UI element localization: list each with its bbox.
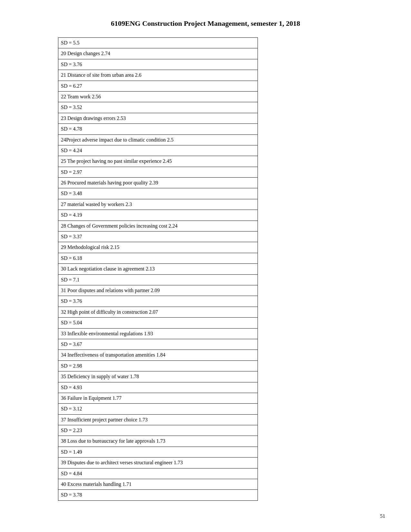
- sd-row: SD = 2.97: [58, 167, 258, 177]
- item-row: 33 Inflexible environmental regulations …: [58, 328, 258, 339]
- sd-cell: SD = 3.76: [58, 59, 258, 70]
- item-cell: 30 Lack negotiation clause in agreement …: [58, 264, 258, 274]
- item-cell: 35 Deficiency in supply of water 1.78: [58, 371, 258, 382]
- sd-cell: SD = 6.18: [58, 253, 258, 263]
- sd-cell: SD = 4.78: [58, 124, 258, 134]
- item-cell: 23 Design drawings errors 2.53: [58, 113, 258, 123]
- sd-row: SD = 6.27: [58, 81, 258, 91]
- item-row: 20 Design changes 2.74: [58, 48, 258, 59]
- sd-cell: SD = 3.76: [58, 296, 258, 307]
- sd-cell: SD = 3.12: [58, 404, 258, 414]
- sd-cell: SD = 3.48: [58, 188, 258, 199]
- item-row: 27 material wasted by workers 2.3: [58, 199, 258, 210]
- item-cell: 40 Excess materials handling 1.71: [58, 479, 258, 490]
- sd-cell: SD = 5.5: [58, 38, 258, 48]
- item-row: 35 Deficiency in supply of water 1.78: [58, 371, 258, 382]
- data-table-container: SD = 5.520 Design changes 2.74SD = 3.762…: [58, 37, 258, 501]
- sd-cell: SD = 4.19: [58, 210, 258, 221]
- item-cell: 39 Disputes due to architect verses stru…: [58, 458, 258, 468]
- item-cell: 33 Inflexible environmental regulations …: [58, 328, 258, 339]
- page-header: 6109ENG Construction Project Management,…: [26, 19, 385, 28]
- item-row: 26 Procured materials having poor qualit…: [58, 178, 258, 188]
- item-row: 39 Disputes due to architect verses stru…: [58, 458, 258, 468]
- sd-cell: SD = 4.24: [58, 145, 258, 156]
- sd-row: SD = 3.76: [58, 296, 258, 307]
- sd-row: SD = 4.24: [58, 145, 258, 156]
- sd-row: SD = 2.23: [58, 425, 258, 436]
- item-cell: 38 Loss due to bureaucracy for late appr…: [58, 436, 258, 447]
- item-cell: 29 Methodological risk 2.15: [58, 242, 258, 253]
- item-cell: 32 High point of difficulty in construct…: [58, 307, 258, 317]
- sd-row: SD = 3.48: [58, 188, 258, 199]
- item-cell: 31 Poor disputes and relations with part…: [58, 285, 258, 296]
- item-row: 22 Team work 2.56: [58, 91, 258, 102]
- data-table: SD = 5.520 Design changes 2.74SD = 3.762…: [58, 37, 258, 501]
- sd-row: SD = 3.37: [58, 232, 258, 242]
- sd-row: SD = 4.78: [58, 124, 258, 134]
- item-row: 21 Distance of site from urban area 2.6: [58, 70, 258, 81]
- sd-row: SD = 7.1: [58, 274, 258, 285]
- sd-row: SD = 3.52: [58, 102, 258, 113]
- item-row: 29 Methodological risk 2.15: [58, 242, 258, 253]
- sd-row: SD = 3.12: [58, 404, 258, 414]
- sd-row: SD = 3.76: [58, 59, 258, 70]
- item-cell: 25 The project having no past similar ex…: [58, 156, 258, 167]
- sd-cell: SD = 5.04: [58, 318, 258, 328]
- item-row: 31 Poor disputes and relations with part…: [58, 285, 258, 296]
- page: 6109ENG Construction Project Management,…: [0, 0, 411, 532]
- item-row: 40 Excess materials handling 1.71: [58, 479, 258, 490]
- item-cell: 22 Team work 2.56: [58, 91, 258, 102]
- item-cell: 34 Ineffectiveness of transportation ame…: [58, 350, 258, 360]
- sd-row: SD = 5.04: [58, 318, 258, 328]
- sd-cell: SD = 2.98: [58, 360, 258, 371]
- item-row: 38 Loss due to bureaucracy for late appr…: [58, 436, 258, 447]
- sd-row: SD = 3.67: [58, 339, 258, 350]
- item-row: 37 Insufficient project partner choice 1…: [58, 414, 258, 425]
- sd-row: SD = 4.19: [58, 210, 258, 221]
- sd-row: SD = 4.84: [58, 468, 258, 479]
- item-row: 36 Failure in Equipment 1.77: [58, 393, 258, 403]
- page-number: 51: [380, 513, 385, 519]
- item-cell: 37 Insufficient project partner choice 1…: [58, 414, 258, 425]
- sd-cell: SD = 1.49: [58, 447, 258, 457]
- item-row: 32 High point of difficulty in construct…: [58, 307, 258, 317]
- sd-row: SD = 1.49: [58, 447, 258, 457]
- item-row: 28 Changes of Government policies increa…: [58, 221, 258, 231]
- sd-cell: SD = 4.84: [58, 468, 258, 479]
- item-row: 24Project adverse impact due to climatic…: [58, 134, 258, 145]
- item-row: 23 Design drawings errors 2.53: [58, 113, 258, 123]
- sd-cell: SD = 3.78: [58, 490, 258, 500]
- item-cell: 21 Distance of site from urban area 2.6: [58, 70, 258, 81]
- sd-cell: SD = 4.93: [58, 382, 258, 393]
- sd-row: SD = 2.98: [58, 360, 258, 371]
- item-cell: 24Project adverse impact due to climatic…: [58, 134, 258, 145]
- item-cell: 36 Failure in Equipment 1.77: [58, 393, 258, 403]
- sd-cell: SD = 6.27: [58, 81, 258, 91]
- item-cell: 26 Procured materials having poor qualit…: [58, 178, 258, 188]
- sd-cell: SD = 3.37: [58, 232, 258, 242]
- sd-row: SD = 3.78: [58, 490, 258, 500]
- item-row: 34 Ineffectiveness of transportation ame…: [58, 350, 258, 360]
- item-row: 25 The project having no past similar ex…: [58, 156, 258, 167]
- sd-cell: SD = 2.97: [58, 167, 258, 177]
- item-row: 30 Lack negotiation clause in agreement …: [58, 264, 258, 274]
- sd-row: SD = 6.18: [58, 253, 258, 263]
- sd-row: SD = 4.93: [58, 382, 258, 393]
- item-cell: 27 material wasted by workers 2.3: [58, 199, 258, 210]
- item-cell: 28 Changes of Government policies increa…: [58, 221, 258, 231]
- sd-cell: SD = 2.23: [58, 425, 258, 436]
- sd-row: SD = 5.5: [58, 38, 258, 48]
- header-title: 6109ENG Construction Project Management,…: [111, 19, 300, 27]
- sd-cell: SD = 7.1: [58, 274, 258, 285]
- item-cell: 20 Design changes 2.74: [58, 48, 258, 59]
- sd-cell: SD = 3.67: [58, 339, 258, 350]
- sd-cell: SD = 3.52: [58, 102, 258, 113]
